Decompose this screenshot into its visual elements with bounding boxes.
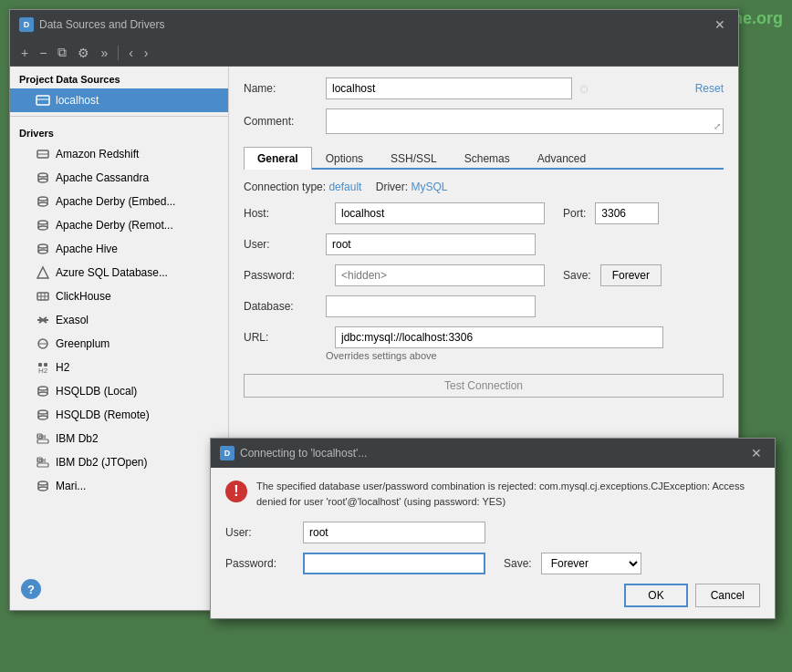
sidebar-item-exasol[interactable]: Exasol [10, 308, 228, 332]
sidebar-item-amazon-redshift[interactable]: Amazon Redshift [10, 142, 228, 166]
user-input[interactable] [326, 233, 536, 255]
apache-hive-label: Apache Hive [56, 243, 118, 255]
sidebar-item-apache-derby-remote[interactable]: Apache Derby (Remot... [10, 213, 228, 237]
sub-dialog-titlebar: D Connecting to 'localhost'... ✕ [211, 439, 775, 468]
add-source-button[interactable]: + [17, 44, 32, 62]
main-dialog-close-button[interactable]: ✕ [711, 16, 729, 34]
svg-rect-0 [36, 96, 49, 105]
apache-cassandra-icon [36, 171, 50, 185]
sidebar-item-apache-hive[interactable]: Apache Hive [10, 237, 228, 261]
connection-type-row: Connection type: default Driver: MySQL [244, 181, 724, 193]
copy-source-button[interactable]: ⧉ [54, 43, 70, 62]
sub-dialog-title: Connecting to 'localhost'... [240, 447, 367, 460]
url-input[interactable] [335, 326, 663, 348]
help-button[interactable]: ? [21, 579, 41, 599]
host-label: Host: [244, 207, 326, 220]
sidebar-item-maria-db[interactable]: Mari... [10, 474, 228, 498]
sidebar-item-greenplum[interactable]: Greenplum [10, 332, 228, 356]
apache-derby-remote-label: Apache Derby (Remot... [56, 219, 173, 232]
maria-db-label: Mari... [56, 480, 86, 492]
sidebar-item-hsqldb-local[interactable]: HSQLDB (Local) [10, 379, 228, 403]
ok-button[interactable]: OK [624, 584, 687, 607]
sidebar-item-ibm-db2[interactable]: IBM IBM Db2 [10, 427, 228, 450]
comment-box[interactable]: ⤢ [326, 109, 724, 134]
error-row: ! The specified database user/password c… [225, 479, 760, 509]
sidebar-item-hsqldb-remote[interactable]: HSQLDB (Remote) [10, 403, 228, 427]
error-text: The specified database user/password com… [256, 479, 760, 509]
amazon-redshift-icon [36, 147, 50, 161]
maria-db-icon [36, 479, 50, 493]
azure-sql-icon [36, 265, 50, 280]
project-sources-label: Project Data Sources [10, 67, 228, 88]
tab-advanced[interactable]: Advanced [524, 147, 599, 170]
sub-user-row: User: [225, 522, 760, 543]
url-input-row: URL: [244, 326, 724, 348]
background-text: ne.org [733, 9, 783, 28]
svg-point-33 [38, 387, 47, 390]
svg-point-40 [38, 416, 47, 419]
tab-schemas[interactable]: Schemas [451, 147, 524, 170]
database-input[interactable] [326, 295, 536, 317]
sub-user-input[interactable] [303, 522, 485, 543]
sidebar-item-ibm-db2-jtopen[interactable]: IBM IBM Db2 (JTOpen) [10, 450, 228, 474]
svg-point-12 [38, 221, 47, 224]
hsqldb-remote-label: HSQLDB (Remote) [56, 408, 150, 421]
port-input[interactable] [595, 202, 659, 224]
password-label: Password: [244, 269, 326, 282]
sidebar-item-apache-cassandra[interactable]: Apache Cassandra [10, 166, 228, 190]
driver-value[interactable]: MySQL [411, 181, 447, 193]
sub-password-input[interactable] [303, 553, 485, 574]
ibm-db2-jtopen-icon: IBM [36, 455, 50, 470]
exasol-icon [36, 313, 50, 327]
apache-cassandra-label: Apache Cassandra [56, 171, 149, 184]
sub-dialog-close-button[interactable]: ✕ [747, 444, 766, 462]
sidebar-item-azure-sql[interactable]: Azure SQL Database... [10, 261, 228, 284]
sub-save-select[interactable]: Forever Until restart Never [541, 553, 641, 574]
port-label: Port: [563, 207, 586, 220]
url-row: URL: Overrides settings above [244, 326, 724, 361]
more-button[interactable]: » [97, 44, 111, 62]
clickhouse-label: ClickHouse [56, 290, 111, 303]
reset-link[interactable]: Reset [695, 82, 724, 95]
sub-password-row: Password: Save: Forever Until restart Ne… [225, 553, 760, 574]
name-status-circle: ○ [579, 79, 589, 98]
svg-rect-43 [37, 439, 48, 443]
h2-label: H2 [56, 361, 69, 374]
name-input[interactable] [326, 78, 572, 99]
tab-options[interactable]: Options [312, 147, 377, 170]
database-row: Database: [244, 295, 724, 317]
sidebar-item-apache-derby-embed[interactable]: Apache Derby (Embed... [10, 190, 228, 213]
password-input[interactable] [335, 264, 545, 286]
cancel-button[interactable]: Cancel [695, 584, 760, 607]
back-button[interactable]: ‹ [125, 44, 137, 62]
sidebar-item-localhost[interactable]: localhost [10, 88, 228, 112]
toolbar-separator [118, 46, 119, 60]
remove-source-button[interactable]: − [36, 44, 50, 62]
greenplum-label: Greenplum [56, 337, 109, 350]
host-input[interactable] [335, 202, 545, 224]
driver-label: Driver: [376, 181, 408, 193]
sidebar-item-clickhouse[interactable]: ClickHouse [10, 284, 228, 308]
connection-type-value[interactable]: default [328, 181, 361, 193]
tab-general[interactable]: General [244, 147, 312, 170]
settings-button[interactable]: ⚙ [74, 44, 93, 62]
sidebar-divider [10, 116, 228, 117]
tab-ssh-ssl[interactable]: SSH/SSL [377, 147, 451, 170]
svg-text:IBM: IBM [37, 434, 46, 439]
hsqldb-local-icon [36, 384, 50, 398]
save-forever-button[interactable]: Forever [600, 264, 662, 286]
greenplum-icon [36, 336, 50, 351]
url-label: URL: [244, 331, 326, 344]
forward-button[interactable]: › [141, 44, 152, 62]
name-row: Name: ○ Reset [244, 78, 724, 99]
connection-type-label: Connection type: [244, 181, 326, 193]
hsqldb-remote-icon [36, 408, 50, 422]
amazon-redshift-label: Amazon Redshift [56, 148, 139, 160]
save-label: Save: [563, 269, 591, 282]
localhost-icon [36, 93, 50, 108]
svg-point-50 [38, 487, 47, 491]
test-connection-button[interactable]: Test Connection [244, 374, 724, 398]
user-label: User: [244, 238, 326, 251]
error-icon: ! [225, 481, 247, 502]
sidebar-item-h2[interactable]: H2 H2 [10, 356, 228, 379]
